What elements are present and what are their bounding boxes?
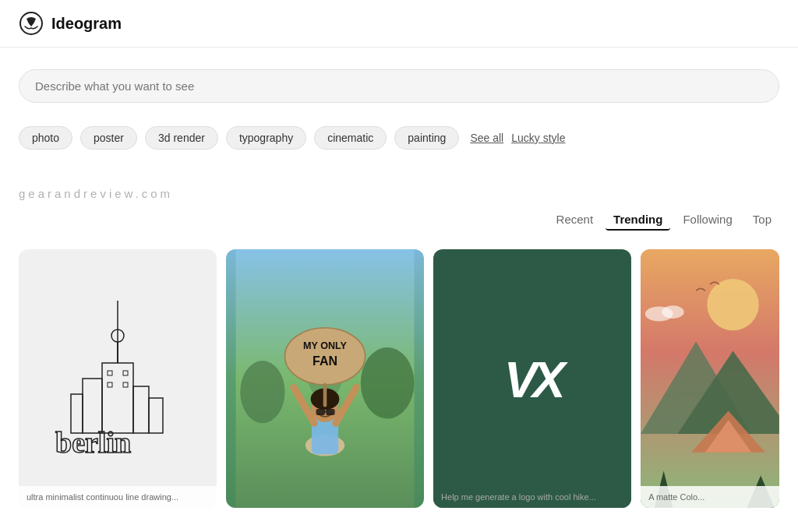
tab-following[interactable]: Following — [675, 208, 740, 231]
svg-rect-4 — [102, 363, 133, 433]
svg-rect-29 — [326, 409, 334, 415]
svg-rect-28 — [316, 409, 325, 415]
chip-poster[interactable]: poster — [80, 126, 137, 150]
svg-rect-11 — [108, 382, 112, 387]
style-chips: photo poster 3d render typography cinema… — [0, 115, 798, 156]
camp-artwork — [641, 249, 779, 508]
logo-text[interactable]: Ideogram — [51, 15, 122, 33]
svg-rect-5 — [83, 379, 102, 433]
chip-3d-render[interactable]: 3d render — [145, 126, 218, 150]
see-all-link[interactable]: See all — [470, 132, 503, 144]
header: Ideogram — [0, 0, 798, 48]
image-berlin-caption: ultra minimalist continuou line drawing.… — [19, 486, 217, 508]
svg-text:FAN: FAN — [312, 354, 337, 368]
berlin-artwork: berlin — [40, 293, 196, 464]
svg-point-15 — [240, 361, 284, 423]
svg-point-33 — [708, 279, 759, 330]
search-input[interactable] — [35, 79, 763, 93]
chip-painting[interactable]: painting — [394, 126, 459, 150]
image-fan[interactable]: MY ONLY FAN — [226, 249, 424, 508]
svg-rect-8 — [149, 398, 163, 433]
search-section — [0, 48, 798, 115]
chip-typography[interactable]: typography — [226, 126, 306, 150]
svg-text:berlin: berlin — [55, 426, 131, 459]
svg-rect-6 — [133, 386, 149, 433]
svg-text:MY ONLY: MY ONLY — [303, 340, 348, 351]
svg-text:VX: VX — [504, 352, 568, 408]
search-bar[interactable] — [19, 69, 779, 103]
image-camp[interactable]: A matte Colo... — [641, 249, 779, 508]
svg-rect-10 — [123, 371, 128, 375]
image-vx-caption: Help me generate a logo with cool hike..… — [433, 486, 631, 508]
tab-top[interactable]: Top — [745, 208, 779, 231]
feed-section: Recent Trending Following Top — [0, 208, 798, 508]
lucky-style-link[interactable]: Lucky style — [511, 132, 565, 144]
tab-recent[interactable]: Recent — [549, 208, 602, 231]
image-vx[interactable]: VX Help me generate a logo with cool hik… — [433, 249, 631, 508]
svg-rect-12 — [123, 382, 128, 387]
chip-photo[interactable]: photo — [19, 126, 72, 150]
svg-rect-9 — [108, 371, 112, 375]
feed-tabs: Recent Trending Following Top — [19, 208, 779, 240]
image-berlin[interactable]: berlin ultra minimalist continuou line d… — [19, 249, 217, 508]
svg-point-41 — [662, 305, 683, 319]
logo-area[interactable]: Ideogram — [19, 11, 122, 36]
svg-point-16 — [361, 347, 415, 419]
image-camp-caption: A matte Colo... — [641, 486, 779, 508]
ideogram-logo-icon — [19, 11, 44, 36]
chip-cinematic[interactable]: cinematic — [314, 126, 387, 150]
tab-trending[interactable]: Trending — [606, 208, 670, 231]
vx-artwork: VX — [470, 322, 595, 435]
fan-artwork: MY ONLY FAN — [226, 249, 424, 508]
image-grid: berlin ultra minimalist continuou line d… — [19, 249, 779, 508]
watermark-text: gearandreview.com — [0, 156, 798, 208]
